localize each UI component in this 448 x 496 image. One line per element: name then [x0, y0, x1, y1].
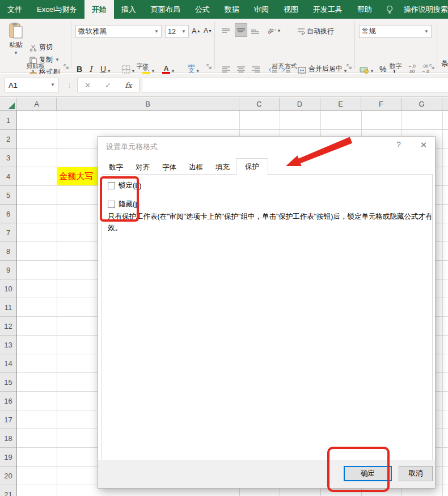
tab-data[interactable]: 数据	[217, 0, 247, 19]
font-group-label: 字体	[71, 62, 214, 70]
row-header[interactable]: 3	[0, 149, 16, 167]
cancel-button[interactable]: 取消	[399, 466, 433, 481]
enter-entry-icon[interactable]: ✓	[105, 81, 111, 90]
dialog-tab-alignment[interactable]: 对齐	[129, 160, 156, 175]
number-format-caret-icon: ▼	[424, 29, 429, 34]
dialog-title: 设置单元格格式	[106, 142, 158, 152]
row-header[interactable]: 8	[0, 242, 16, 261]
locked-label-close: )	[139, 182, 141, 190]
row-header[interactable]: 18	[0, 429, 16, 448]
row-header[interactable]: 19	[0, 448, 16, 467]
row-header[interactable]: 10	[0, 279, 16, 298]
font-name-caret-icon: ▼	[154, 29, 159, 34]
select-all-button[interactable]	[0, 97, 17, 111]
tab-view[interactable]: 视图	[276, 0, 306, 19]
tab-excel-finance[interactable]: Excel与财务	[29, 0, 84, 19]
row-header[interactable]: 14	[0, 354, 16, 373]
row-header[interactable]: 6	[0, 205, 16, 223]
clipboard-dialog-launcher[interactable]	[64, 63, 70, 70]
formula-bar-grip[interactable]: ⋮	[66, 78, 73, 92]
dialog-tab-number[interactable]: 数字	[103, 160, 129, 175]
tab-insert[interactable]: 插入	[114, 0, 143, 19]
row-header[interactable]: 17	[0, 410, 16, 429]
alignment-dialog-launcher[interactable]	[346, 63, 353, 70]
row-header[interactable]: 5	[0, 186, 16, 205]
shrink-font-button[interactable]: A▼	[204, 24, 212, 37]
dialog-tab-font[interactable]: 字体	[156, 160, 183, 175]
dialog-close-icon[interactable]: ✕	[416, 140, 432, 150]
dialog-tab-fill[interactable]: 填充	[209, 160, 236, 175]
dialog-help-button[interactable]: ?	[392, 140, 405, 149]
dialog-tab-protection[interactable]: 保护	[236, 158, 268, 175]
cut-button[interactable]: 剪切	[29, 42, 53, 53]
formula-buttons: ✕ ✓ fx	[77, 78, 140, 92]
font-size-value: 12	[168, 28, 176, 36]
column-header[interactable]: F	[361, 97, 401, 111]
name-box[interactable]: A1 ▼	[5, 78, 59, 92]
annotation-box-ok-button	[327, 447, 390, 492]
row-header[interactable]: 13	[0, 336, 16, 354]
row-header[interactable]: 9	[0, 261, 16, 279]
row-header[interactable]: 7	[0, 223, 16, 242]
clipboard-group-label: 剪贴板	[0, 62, 71, 70]
tab-home[interactable]: 开始	[84, 0, 114, 19]
grow-font-button[interactable]: A▲	[192, 24, 201, 37]
align-top-button[interactable]	[221, 24, 230, 38]
paste-label: 粘贴	[9, 40, 23, 50]
row-header[interactable]: 4	[0, 167, 16, 186]
row-header[interactable]: 15	[0, 373, 16, 392]
number-dialog-launcher[interactable]	[429, 63, 436, 70]
font-dialog-launcher[interactable]	[206, 63, 213, 70]
row-headers: 123456789101112131415161718192021	[0, 111, 17, 496]
alignment-group-label: 对齐方式	[214, 62, 354, 70]
tab-developer[interactable]: 开发工具	[306, 0, 350, 19]
column-header[interactable]: G	[401, 97, 442, 111]
row-header[interactable]: 12	[0, 317, 16, 336]
select-all-triangle-icon	[9, 103, 15, 109]
group-separator	[437, 22, 437, 69]
align-middle-button[interactable]	[235, 23, 247, 37]
formula-input[interactable]	[142, 78, 448, 92]
styles-group-partial: 条	[441, 58, 448, 70]
tab-review[interactable]: 审阅	[247, 0, 276, 19]
tab-file[interactable]: 文件	[0, 0, 29, 19]
row-header[interactable]: 21	[0, 485, 16, 496]
name-box-value: A1	[9, 81, 18, 90]
orientation-button[interactable]: ab ▼	[268, 24, 281, 38]
tab-help[interactable]: 帮助	[350, 0, 379, 19]
format-cells-dialog: 设置单元格格式 ? ✕ 数字 对齐 字体 边框 填充 保护 锁定(L) 隐藏(I…	[98, 136, 436, 489]
wrap-text-button[interactable]: 自动换行	[297, 24, 334, 38]
svg-text:ab: ab	[268, 27, 275, 35]
paste-button[interactable]: 粘贴 ▼	[4, 22, 28, 58]
tab-page-layout[interactable]: 页面布局	[143, 0, 188, 19]
row-header[interactable]: 11	[0, 298, 16, 317]
tab-formulas[interactable]: 公式	[188, 0, 217, 19]
number-format-combobox[interactable]: 常规 ▼	[359, 25, 432, 38]
row-header[interactable]: 1	[0, 111, 16, 130]
paste-caret-icon: ▼	[14, 51, 18, 56]
lightbulb-icon	[379, 0, 396, 19]
font-name-value: 微软雅黑	[78, 27, 107, 36]
paste-icon	[9, 22, 23, 39]
column-header[interactable]: E	[320, 97, 361, 111]
insert-function-icon[interactable]: fx	[125, 81, 132, 90]
row-header[interactable]: 20	[0, 467, 16, 485]
font-size-caret-icon: ▼	[181, 29, 186, 34]
font-name-combobox[interactable]: 微软雅黑 ▼	[75, 25, 162, 38]
gridline	[442, 111, 443, 496]
row-header[interactable]: 16	[0, 392, 16, 410]
wrap-text-label: 自动换行	[307, 27, 334, 36]
font-size-combobox[interactable]: 12 ▼	[165, 25, 189, 38]
column-header[interactable]: C	[239, 97, 280, 111]
ribbon: 粘贴 ▼ 剪切 复制 ▼	[0, 19, 448, 73]
name-box-caret-icon: ▼	[50, 83, 55, 87]
align-bottom-button[interactable]	[251, 24, 260, 38]
column-header[interactable]: D	[280, 97, 320, 111]
tell-me-search[interactable]: 操作说明搜索	[396, 0, 448, 19]
protection-description: 只有保护工作表(在"审阅"选项卡上的"保护"组中，单击"保护工作表"按钮)后，锁…	[108, 211, 434, 234]
cancel-entry-icon[interactable]: ✕	[84, 81, 91, 90]
column-header[interactable]: A	[17, 97, 57, 111]
column-header[interactable]: B	[57, 97, 239, 111]
row-header[interactable]: 2	[0, 130, 16, 149]
dialog-tab-border[interactable]: 边框	[183, 160, 209, 175]
